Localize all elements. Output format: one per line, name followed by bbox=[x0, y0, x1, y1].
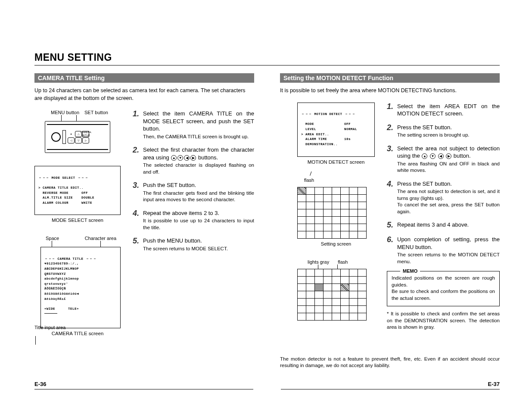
right-icon: ▶ bbox=[446, 153, 451, 159]
step-lead: Select the item AREA EDIT on the MOTION … bbox=[397, 103, 500, 118]
up-icon: ▲ bbox=[422, 153, 427, 159]
annot-flash-2: flash bbox=[338, 259, 348, 265]
right-icon: ▶ bbox=[190, 155, 196, 161]
step-lead: Repeat items 3 and 4 above. bbox=[397, 221, 469, 229]
page-number-left: E-36 bbox=[34, 381, 253, 387]
annot-space: Space bbox=[46, 236, 59, 241]
step-number: 2. bbox=[387, 124, 397, 139]
step-lead: Press the SET button. bbox=[397, 124, 470, 131]
annot-set-button: SET button bbox=[84, 110, 108, 115]
right-steps: 1. Select the item AREA EDIT on the MOTI… bbox=[387, 103, 500, 334]
left-intro: Up to 24 characters can be selected as c… bbox=[34, 87, 254, 102]
down-icon: ▼ bbox=[177, 155, 183, 161]
lens-icon bbox=[51, 132, 61, 142]
right-intro: It is possible to set freely the area wh… bbox=[280, 87, 500, 95]
page-title: MENU SETTING bbox=[34, 52, 500, 65]
step-number: 3. bbox=[387, 145, 397, 174]
setting-grid-caption: Setting screen bbox=[297, 241, 375, 246]
step-detail: Then, the CAMERA TITLE screen is brought… bbox=[143, 134, 254, 140]
memo-box: MEMO Indicated positions on the screen a… bbox=[387, 271, 500, 306]
step-number: 4. bbox=[387, 180, 397, 215]
annot-lights-gray: lights gray bbox=[308, 259, 329, 265]
step-lead: Upon completion of setting, press the ME… bbox=[397, 236, 500, 251]
step-detail: The selected character is displayed flas… bbox=[143, 162, 254, 175]
step-lead: Select the first character from the char… bbox=[143, 146, 254, 161]
down-icon: ▼ bbox=[430, 153, 436, 159]
step-number: 4. bbox=[133, 209, 143, 231]
device-diagram: MENU button SET button ● bbox=[34, 110, 121, 153]
section-heading-right: Setting the MOTION DETECT Function bbox=[280, 73, 500, 83]
step-number: 3. bbox=[133, 181, 143, 203]
step-lead: Repeat the above items 2 to 3. bbox=[143, 209, 254, 217]
left-icon: ◀ bbox=[184, 155, 190, 161]
memo-body: Indicated positions on the screen are ro… bbox=[392, 275, 495, 301]
step-detail: It is possible to use up to 24 character… bbox=[143, 218, 254, 231]
step-number: 1. bbox=[133, 110, 143, 140]
left-steps: 1. Select the item CAMERA TITLE on the M… bbox=[133, 110, 254, 333]
left-icon: ◀ bbox=[438, 153, 444, 159]
annot-menu-button: MENU button bbox=[51, 110, 79, 115]
disclaimer: The motion detector is not a feature to … bbox=[280, 356, 500, 369]
step-detail: The setting screen is brought up. bbox=[397, 132, 470, 139]
result-grid-diagram: lights gray flash bbox=[297, 259, 375, 321]
camera-title-diagram: Space Character area －－－ CAMERA TITLE －－… bbox=[34, 236, 121, 330]
step-lead: Press the SET button. bbox=[397, 180, 500, 188]
motion-detect-diagram: －－－ MOTION DETECT －－－ MODE OFF LEVEL NOR… bbox=[297, 103, 375, 165]
mode-select-diagram: －－－ MODE SELECT －－－ > CAMERA TITLE EDIT.… bbox=[34, 166, 121, 223]
camera-setup-label: CAMERASETUP bbox=[82, 131, 89, 137]
section-heading-left: CAMERA TITLE Setting bbox=[34, 73, 254, 83]
setting-grid-diagram: flash bbox=[297, 177, 375, 246]
step-lead: Push the MENU button. bbox=[143, 237, 228, 245]
step-lead: Push the SET button. bbox=[143, 181, 254, 189]
step-lead: Select the area not subject to detection… bbox=[397, 145, 500, 160]
step-detail: The screen returns to the MOTION DETECT … bbox=[397, 252, 500, 265]
step-detail: The area flashing ON and OFF in black an… bbox=[397, 161, 500, 174]
step-number: 5. bbox=[133, 237, 143, 252]
left-column: CAMERA TITLE Setting Up to 24 characters… bbox=[34, 73, 254, 369]
step-detail: The screen returns to MODE SELECT. bbox=[143, 246, 228, 252]
camera-title-caption: CAMERA TITLE screen bbox=[34, 331, 121, 336]
page-number-right: E-37 bbox=[281, 381, 500, 387]
right-column: Setting the MOTION DETECT Function It is… bbox=[280, 73, 500, 369]
annot-title-input: Title input area bbox=[34, 325, 121, 330]
mode-select-caption: MODE SELECT screen bbox=[34, 218, 121, 223]
device-body: ● △ CAMERASETUP ◁ ▽ ▷ bbox=[45, 121, 110, 153]
step-number: 2. bbox=[133, 146, 143, 175]
footnote: * It is possible to check and confirm th… bbox=[387, 311, 500, 331]
step-number: 5. bbox=[387, 221, 397, 230]
right-button: ▷ bbox=[82, 137, 89, 143]
up-icon: ▲ bbox=[171, 155, 177, 161]
left-button: ◁ bbox=[68, 137, 75, 143]
step-detail: The area not subject to detection is set… bbox=[397, 188, 500, 215]
down-button: ▽ bbox=[75, 137, 82, 143]
motion-detect-caption: MOTION DETECT screen bbox=[297, 159, 375, 165]
memo-title: MEMO bbox=[400, 268, 420, 274]
step-number: 1. bbox=[387, 103, 397, 118]
step-number: 6. bbox=[387, 236, 397, 265]
step-lead: Select the item CAMERA TITLE on the MODE… bbox=[143, 110, 254, 133]
annot-chararea: Character area bbox=[85, 236, 116, 241]
step-detail: The first character gets fixed and the b… bbox=[143, 190, 254, 203]
